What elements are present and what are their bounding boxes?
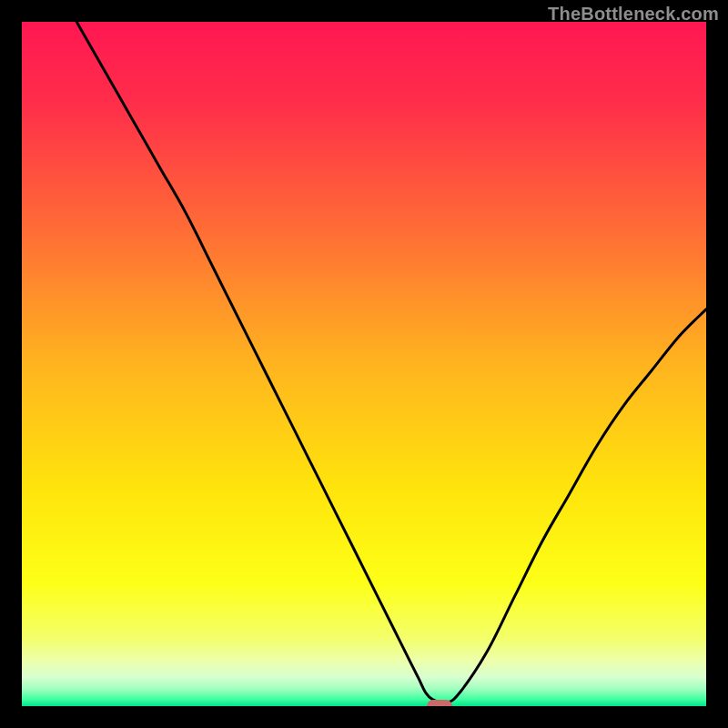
minimum-marker [427, 700, 452, 706]
bottleneck-curve [22, 22, 706, 706]
watermark-text: TheBottleneck.com [548, 4, 719, 25]
chart-frame: TheBottleneck.com [0, 0, 728, 728]
plot-area [22, 22, 706, 706]
